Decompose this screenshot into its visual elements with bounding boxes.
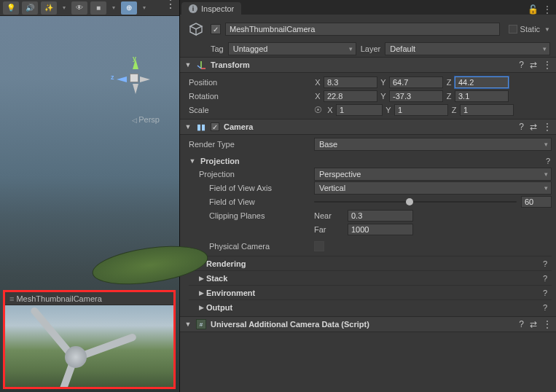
component-menu-icon[interactable]: ⋮ — [543, 122, 552, 132]
axis-label-z: z — [111, 74, 114, 81]
fov-slider[interactable] — [314, 197, 517, 207]
stack-fold-icon[interactable]: ▶ — [197, 275, 205, 282]
gameobject-header: ✓ Static ▼ Tag Untagged Layer Default — [180, 15, 556, 57]
tab-menu-icon[interactable]: ⋮ — [543, 4, 552, 15]
position-y-input[interactable] — [389, 77, 443, 88]
position-label: Position — [189, 78, 311, 87]
preset-icon[interactable]: ⇄ — [530, 319, 537, 329]
help-icon[interactable]: ? — [519, 319, 524, 329]
scale-z-input[interactable] — [460, 104, 514, 116]
scale-x-input[interactable] — [336, 104, 383, 116]
rotation-z-input[interactable] — [455, 90, 509, 102]
gizmos-toggle[interactable]: ⊕ — [121, 1, 137, 15]
additional-camera-data-header[interactable]: ▼ # Universal Additional Camera Data (Sc… — [180, 316, 556, 332]
help-icon[interactable]: ? — [543, 303, 547, 312]
camera-header[interactable]: ▼ ▮▮ ✓ Camera ? ⇄ ⋮ — [180, 119, 556, 135]
active-checkbox[interactable]: ✓ — [211, 24, 221, 34]
physical-camera-label: Physical Camera — [189, 242, 311, 251]
info-icon: i — [189, 4, 197, 13]
transform-header[interactable]: ▼ Transform ? ⇄ ⋮ — [180, 57, 556, 73]
layer-label: Layer — [361, 44, 381, 53]
projection-dropdown[interactable]: Perspective — [314, 168, 552, 181]
rotation-y-input[interactable] — [389, 90, 443, 102]
output-fold-icon[interactable]: ▶ — [197, 304, 205, 311]
tab-inspector[interactable]: i Inspector — [181, 2, 241, 15]
stack-title[interactable]: Stack — [206, 274, 227, 283]
camera-enable-checkbox[interactable]: ✓ — [211, 122, 219, 131]
near-label: Near — [314, 211, 343, 220]
fov-axis-dropdown[interactable]: Vertical — [314, 181, 552, 195]
tag-dropdown[interactable]: Untagged — [228, 42, 356, 55]
tag-label: Tag — [211, 44, 224, 53]
camera-preview-content — [5, 305, 173, 387]
camera-toggle[interactable]: ■ — [90, 1, 106, 15]
scene-toolbar-menu-icon[interactable]: ⋮ — [165, 0, 176, 11]
rotation-label: Rotation — [189, 92, 311, 101]
help-icon[interactable]: ? — [543, 274, 547, 283]
static-label: Static — [520, 25, 541, 34]
additional-fold-icon[interactable]: ▼ — [184, 321, 192, 328]
fov-axis-label: Field of View Axis — [189, 184, 311, 192]
help-icon[interactable]: ? — [546, 157, 552, 165]
rendering-title[interactable]: Rendering — [206, 259, 246, 268]
lock-icon[interactable]: 🔓 — [528, 4, 539, 15]
inspector-panel: i Inspector 🔓 ⋮ ✓ Static ▼ — [180, 0, 556, 392]
render-type-dropdown[interactable]: Base — [314, 138, 552, 151]
drag-handle-icon[interactable]: ≡ — [9, 294, 13, 303]
additional-camera-data-title: Universal Additional Camera Data (Script… — [211, 320, 369, 329]
render-type-label: Render Type — [189, 140, 311, 149]
camera-fold-icon[interactable]: ▼ — [184, 123, 192, 130]
constrain-scale-icon[interactable]: ⦿ — [314, 106, 322, 114]
help-icon[interactable]: ? — [519, 122, 524, 132]
projection-section-fold-icon[interactable]: ▼ — [189, 157, 196, 165]
static-toggle[interactable]: Static ▼ — [504, 25, 550, 34]
fov-label: Field of View — [189, 197, 311, 206]
camera-preview-panel[interactable]: ≡ MeshThumbnailCamera — [3, 290, 176, 389]
visibility-toggle[interactable]: 👁 — [71, 1, 87, 15]
fov-value-input[interactable] — [521, 196, 552, 208]
transform-body: Position X Y Z Rotation X Y Z Scale ⦿ — [180, 73, 556, 119]
gameobject-icon[interactable] — [186, 19, 206, 39]
position-x-input[interactable] — [324, 77, 377, 88]
fx-toggle[interactable]: ✨ — [41, 1, 57, 15]
help-icon[interactable]: ? — [543, 289, 547, 297]
position-z-input[interactable] — [455, 77, 509, 88]
environment-fold-icon[interactable]: ▶ — [197, 289, 205, 297]
rotation-x-input[interactable] — [324, 90, 377, 102]
projection-label: Projection — [189, 170, 311, 179]
camera-icon: ▮▮ — [196, 122, 206, 132]
orientation-gizmo[interactable]: y z — [111, 55, 157, 101]
help-icon[interactable]: ? — [543, 259, 547, 268]
static-dropdown-icon[interactable]: ▼ — [544, 26, 550, 33]
clipping-label: Clipping Planes — [189, 211, 311, 220]
help-icon[interactable]: ? — [519, 60, 524, 70]
scene-view[interactable]: 💡 🔊 ✨ ▾ 👁 ■ ▾ ⊕ ▾ ⋮ y z Persp ≡ MeshThum… — [0, 0, 180, 392]
transform-icon — [196, 60, 206, 70]
camera-preview-title: MeshThumbnailCamera — [16, 294, 101, 303]
near-input[interactable] — [348, 210, 413, 222]
component-menu-icon[interactable]: ⋮ — [543, 319, 552, 329]
inspector-tab-bar: i Inspector 🔓 ⋮ — [180, 0, 556, 15]
audio-toggle[interactable]: 🔊 — [22, 1, 38, 15]
lighting-toggle[interactable]: 💡 — [3, 1, 19, 15]
far-input[interactable] — [348, 224, 413, 235]
environment-title[interactable]: Environment — [206, 289, 255, 297]
camera-title: Camera — [224, 122, 253, 131]
component-menu-icon[interactable]: ⋮ — [543, 60, 552, 70]
scale-label: Scale — [189, 106, 311, 114]
gameobject-name-input[interactable] — [225, 23, 500, 36]
camera-body: Render Type Base ▼ Projection ? Projecti… — [180, 135, 556, 316]
preset-icon[interactable]: ⇄ — [530, 122, 537, 132]
layer-dropdown[interactable]: Default — [385, 42, 550, 55]
transform-fold-icon[interactable]: ▼ — [184, 61, 192, 68]
projection-section-title: Projection — [200, 157, 240, 165]
projection-mode-label[interactable]: Persp — [132, 115, 160, 124]
static-checkbox[interactable] — [509, 25, 517, 34]
far-label: Far — [314, 225, 343, 234]
scale-y-input[interactable] — [394, 104, 448, 116]
preset-icon[interactable]: ⇄ — [530, 60, 537, 70]
script-icon: # — [196, 319, 206, 329]
physical-camera-checkbox[interactable] — [314, 241, 324, 251]
camera-preview-header[interactable]: ≡ MeshThumbnailCamera — [5, 292, 173, 305]
output-title[interactable]: Output — [206, 303, 232, 312]
